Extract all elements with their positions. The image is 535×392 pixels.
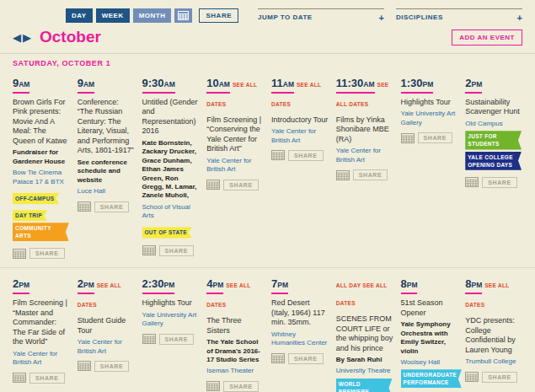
- event-tag: YALE COLLEGE OPENING DAYS: [465, 152, 522, 170]
- event-venue-link[interactable]: Woolsey Hall: [401, 358, 458, 367]
- add-to-calendar-icon[interactable]: [465, 372, 479, 382]
- event-meta-link[interactable]: ALL DAY SEE ALL DATES: [336, 282, 388, 306]
- event-venue-link[interactable]: Bow Tie Cinema Palace 17 & BTX: [13, 169, 70, 186]
- event-venue-link[interactable]: Yale Center for British Art: [13, 350, 70, 368]
- jump-to-date-filter[interactable]: JUMP TO DATE +: [258, 8, 384, 21]
- add-to-calendar-icon[interactable]: [206, 381, 220, 391]
- event-title[interactable]: Sustainability Scavenger Hunt: [465, 98, 522, 117]
- disciplines-filter[interactable]: DISCIPLINES +: [396, 8, 522, 21]
- event-title[interactable]: YDC presents: College Confidential by La…: [465, 316, 522, 355]
- disciplines-label: DISCIPLINES: [396, 13, 443, 21]
- section-rows: 9AM Brown Girls For Pink presents: Movie…: [0, 72, 535, 392]
- event-venue-link[interactable]: Trumbull College: [465, 357, 522, 366]
- event-venue-link[interactable]: Yale University Art Gallery: [142, 311, 200, 329]
- event-title[interactable]: Conference: “The Russian Century: The Li…: [78, 98, 135, 156]
- event-tag: JUST FOR STUDENTS: [465, 131, 522, 149]
- add-event-button[interactable]: ADD AN EVENT: [452, 30, 522, 46]
- event-time: 9AM: [13, 77, 29, 94]
- event-venue-link[interactable]: School of Visual Arts: [142, 203, 200, 221]
- add-to-calendar-icon[interactable]: [271, 353, 285, 363]
- add-to-calendar-icon[interactable]: [206, 180, 220, 190]
- share-button[interactable]: SHARE: [482, 372, 517, 383]
- share-button[interactable]: SHARE: [288, 150, 324, 161]
- view-week-button[interactable]: WEEK: [96, 8, 130, 23]
- event-title[interactable]: Highlights Tour: [401, 98, 458, 108]
- event-time: 2PM: [78, 277, 94, 294]
- calendar-view-button[interactable]: [174, 8, 192, 23]
- add-to-calendar-icon[interactable]: [13, 373, 26, 383]
- event-row: 9AM Brown Girls For Pink presents: Movie…: [0, 72, 535, 267]
- event-card: 9AM Conference: “The Russian Century: Th…: [78, 74, 135, 259]
- add-to-calendar-icon[interactable]: [336, 170, 350, 180]
- event-venue-link[interactable]: Old Campus: [465, 120, 522, 128]
- event-title[interactable]: Introductory Tour: [271, 115, 329, 126]
- event-time: 2:30PM: [142, 277, 175, 294]
- share-button[interactable]: SHARE: [159, 245, 195, 256]
- event-venue-link[interactable]: Whitney Humanities Center: [271, 330, 329, 348]
- share-button[interactable]: SHARE: [418, 132, 453, 143]
- share-button[interactable]: SHARE: [159, 334, 195, 345]
- view-day-button[interactable]: DAY: [66, 8, 93, 23]
- share-button[interactable]: SHARE: [29, 248, 65, 259]
- event-title[interactable]: SCENES FROM COURT LIFE or the whipping b…: [336, 314, 393, 353]
- event-venue-link[interactable]: Luce Hall: [78, 187, 135, 196]
- add-to-calendar-icon[interactable]: [78, 361, 91, 371]
- event-title[interactable]: The Three Sisters: [206, 316, 264, 336]
- share-button[interactable]: SHARE: [94, 201, 130, 212]
- event-title[interactable]: Student Guide Tour: [78, 316, 135, 336]
- share-button[interactable]: SHARE: [223, 180, 259, 191]
- event-card: 9AM Brown Girls For Pink presents: Movie…: [13, 74, 70, 259]
- event-venue-link[interactable]: Yale University Art Gallery: [401, 110, 458, 127]
- next-month-icon[interactable]: ▶: [23, 32, 31, 43]
- event-venue-link[interactable]: University Theatre: [336, 367, 393, 375]
- event-card: 2PM Film Screening | “Master and Command…: [13, 275, 70, 392]
- previous-month-icon[interactable]: ◀: [13, 32, 21, 43]
- add-to-calendar-icon[interactable]: [78, 201, 91, 212]
- top-toolbar: DAY WEEK MONTH SHARE JUMP TO DATE + DISC…: [0, 0, 535, 23]
- share-button[interactable]: SHARE: [353, 169, 388, 180]
- event-tag: OFF-CAMPUS: [13, 193, 59, 204]
- day-header: SATURDAY, OCTOBER 1: [0, 53, 535, 72]
- event-card: 4PMSEE ALL DATES The Three Sisters The Y…: [206, 275, 264, 392]
- add-to-calendar-icon[interactable]: [271, 150, 285, 160]
- event-time: 1:30PM: [401, 77, 434, 94]
- event-title[interactable]: Film Screening | “Master and Commander: …: [13, 298, 70, 347]
- event-venue-link[interactable]: Yale Center for British Art: [271, 127, 329, 145]
- event-title[interactable]: Brown Girls For Pink presents: Movie And…: [13, 98, 70, 147]
- day-section: SATURDAY, OCTOBER 1 9AM Brown Girls For …: [0, 53, 535, 392]
- share-button[interactable]: SHARE: [223, 381, 259, 392]
- event-card: 2PM Sustainability Scavenger Hunt Old Ca…: [465, 74, 522, 259]
- event-venue-link[interactable]: Yale Center for British Art: [78, 338, 135, 356]
- event-title[interactable]: Highlights Tour: [142, 298, 200, 309]
- view-month-button[interactable]: MONTH: [133, 8, 172, 23]
- event-title[interactable]: Untitled (Gender and Representation) 201…: [142, 98, 200, 137]
- add-to-calendar-icon[interactable]: [142, 245, 156, 255]
- event-card: 10AMSEE ALL DATES Film Screening | “Cons…: [206, 74, 264, 259]
- event-tags: OUT OF STATE: [142, 223, 200, 239]
- event-card: 9:30AM Untitled (Gender and Representati…: [142, 74, 200, 259]
- event-venue-link[interactable]: Yale Center for British Art: [336, 147, 393, 164]
- event-title[interactable]: Films by Yinka Shonibare MBE (RA): [336, 115, 393, 145]
- event-venue-link[interactable]: Iseman Theater: [206, 367, 264, 375]
- event-card: ALL DAY SEE ALL DATES SCENES FROM COURT …: [336, 275, 393, 392]
- event-venue-link[interactable]: Yale Center for British Art: [206, 157, 264, 175]
- event-subtitle: The Yale School of Drama's 2016-17 Studi…: [206, 338, 264, 364]
- share-button[interactable]: SHARE: [288, 353, 324, 364]
- calendar-sections: SATURDAY, OCTOBER 1 9AM Brown Girls For …: [0, 53, 535, 392]
- share-calendar-button[interactable]: SHARE: [199, 8, 238, 23]
- share-button[interactable]: SHARE: [94, 361, 130, 372]
- add-to-calendar-icon[interactable]: [13, 249, 26, 259]
- add-to-calendar-icon[interactable]: [401, 133, 415, 143]
- share-button[interactable]: SHARE: [482, 177, 517, 188]
- event-subtitle: Yale Symphony Orchestra with Emily Switz…: [401, 320, 458, 356]
- event-title[interactable]: Film Screening | “Conserving the Yale Ce…: [206, 115, 264, 154]
- event-card: 8PM 51st Season Opener Yale Symphony Orc…: [401, 275, 458, 392]
- add-to-calendar-icon[interactable]: [465, 177, 479, 187]
- event-time: 2PM: [465, 77, 482, 94]
- event-time: 11AM: [271, 77, 294, 94]
- plus-icon: +: [517, 14, 522, 21]
- event-title[interactable]: 51st Season Opener: [401, 298, 458, 318]
- event-title[interactable]: Red Desert (Italy, 1964) 117 min. 35mm.: [271, 298, 329, 328]
- share-button[interactable]: SHARE: [29, 373, 65, 384]
- add-to-calendar-icon[interactable]: [142, 334, 156, 344]
